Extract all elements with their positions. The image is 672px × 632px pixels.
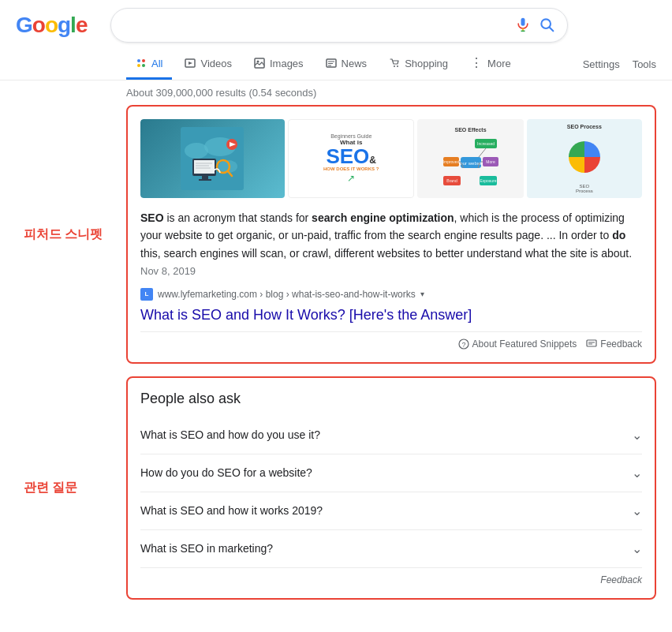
svg-rect-24 xyxy=(194,160,215,174)
paa-item-2[interactable]: How do you do SEO for a website? ⌄ xyxy=(140,454,642,492)
paa-question-3: What is SEO and how it works 2019? xyxy=(140,504,323,517)
snippet-image-1 xyxy=(140,119,285,198)
svg-text:More: More xyxy=(486,159,495,164)
paa-label: 관련 질문 xyxy=(24,480,77,496)
shopping-icon xyxy=(389,58,400,69)
paa-chevron-2: ⌄ xyxy=(632,466,642,481)
snippet-image-4: SEO Process SEOProcess xyxy=(527,119,642,198)
tab-videos[interactable]: Videos xyxy=(175,50,241,80)
search-icon[interactable] xyxy=(539,17,554,35)
img2-beginners: Beginners Guide xyxy=(330,133,371,139)
tab-news[interactable]: News xyxy=(316,50,377,80)
logo-letter-g2: g xyxy=(58,13,70,37)
logo-letter-e: e xyxy=(76,13,88,37)
paa-question-4: What is SEO in marketing? xyxy=(140,542,273,555)
google-logo[interactable]: Google xyxy=(16,13,87,38)
svg-point-5 xyxy=(137,59,140,62)
seo-illustration-svg xyxy=(181,127,244,190)
question-icon: ? xyxy=(458,338,469,350)
svg-text:Increased: Increased xyxy=(477,141,495,146)
logo-letter-o1: o xyxy=(32,13,45,37)
svg-text:Improved: Improved xyxy=(443,159,460,164)
source-dropdown-icon[interactable]: ▾ xyxy=(420,290,424,298)
paa-chevron-3: ⌄ xyxy=(632,503,642,518)
svg-marker-10 xyxy=(189,62,192,65)
svg-rect-53 xyxy=(587,340,596,346)
svg-rect-26 xyxy=(199,179,211,181)
logo-letter-g: G xyxy=(16,13,32,37)
results-count: About 309,000,000 results (0.54 seconds) xyxy=(0,80,672,105)
snippet-description: SEO is an acronym that stands for search… xyxy=(140,209,642,280)
tab-more[interactable]: ⋮ More xyxy=(461,49,521,80)
paa-title: People also ask xyxy=(140,391,642,407)
img2-seo-text: SEO& xyxy=(326,146,376,166)
svg-text:?: ? xyxy=(461,341,465,349)
featured-snippet-images: Beginners Guide What is SEO& HOW DOES IT… xyxy=(140,119,642,198)
header: Google what is seo and how does it work xyxy=(0,0,672,43)
img2-howdoes: HOW DOES IT WORKS ? xyxy=(323,166,379,173)
svg-point-6 xyxy=(142,59,145,62)
featured-snippet-box: Beginners Guide What is SEO& HOW DOES IT… xyxy=(126,105,656,364)
svg-line-38 xyxy=(479,148,486,157)
paa-chevron-4: ⌄ xyxy=(632,541,642,556)
img3-title: SEO Effects xyxy=(455,127,487,133)
settings-link[interactable]: Settings xyxy=(583,58,620,70)
svg-rect-25 xyxy=(202,176,208,179)
about-featured-snippets[interactable]: ? About Featured Snippets xyxy=(458,338,577,350)
news-icon xyxy=(326,58,337,69)
svg-point-8 xyxy=(142,64,145,67)
snippet-link[interactable]: What is SEO and How It Works? [Here's th… xyxy=(140,307,642,323)
featured-snippet-label: 피처드 스니펫 xyxy=(24,226,103,242)
feedback-icon xyxy=(586,338,597,350)
source-favicon: L xyxy=(140,288,153,301)
snippet-image-2: Beginners Guide What is SEO& HOW DOES IT… xyxy=(288,119,415,198)
main-content: 피처드 스니펫 xyxy=(0,105,672,600)
source-url: www.lyfemarketing.com › blog › what-is-s… xyxy=(158,289,416,300)
svg-point-17 xyxy=(394,65,395,67)
featured-snippet-wrapper: 피처드 스니펫 xyxy=(126,105,656,364)
tools-link[interactable]: Tools xyxy=(633,58,656,70)
tab-shopping[interactable]: Shopping xyxy=(379,50,457,80)
paa-item-1[interactable]: What is SEO and how do you use it? ⌄ xyxy=(140,417,642,454)
paa-item-4[interactable]: What is SEO in marketing? ⌄ xyxy=(140,530,642,568)
microphone-icon[interactable] xyxy=(515,17,531,35)
snippet-date: Nov 8, 2019 xyxy=(140,265,196,277)
img4-label: SEOProcess xyxy=(576,184,593,193)
nav-tabs: All Videos Images News Shopping xyxy=(0,43,672,80)
people-also-ask-wrapper: 관련 질문 People also ask What is SEO and ho… xyxy=(126,376,656,600)
logo-letter-o2: o xyxy=(45,13,58,37)
snippet-do-bold: do xyxy=(612,229,625,241)
svg-text:Brand: Brand xyxy=(446,178,457,183)
svg-text:Your website: Your website xyxy=(457,161,484,166)
svg-point-12 xyxy=(256,61,259,63)
img2-arrow: ↗ xyxy=(347,173,355,184)
snippet-feedback[interactable]: Feedback xyxy=(586,338,642,350)
seo-effects-svg: Your website Increased Improved More xyxy=(443,135,498,190)
images-icon xyxy=(254,58,265,69)
search-input[interactable]: what is seo and how does it work xyxy=(124,18,509,32)
img4-title: SEO Process xyxy=(567,124,602,129)
svg-point-18 xyxy=(397,65,398,67)
snippet-footer: ? About Featured Snippets Feedback xyxy=(140,331,642,350)
videos-icon xyxy=(185,58,196,69)
paa-box: People also ask What is SEO and how do y… xyxy=(126,376,656,600)
svg-text:Exposure: Exposure xyxy=(480,178,496,183)
svg-line-4 xyxy=(550,27,554,31)
paa-item-3[interactable]: What is SEO and how it works 2019? ⌄ xyxy=(140,492,642,530)
paa-question-1: What is SEO and how do you use it? xyxy=(140,428,320,441)
logo-letter-l: l xyxy=(70,13,76,37)
snippet-seo-full-bold: search engine optimization xyxy=(312,211,454,224)
tab-all[interactable]: All xyxy=(126,50,172,80)
nav-settings-area: Settings Tools xyxy=(583,58,656,70)
tab-images[interactable]: Images xyxy=(245,50,313,80)
paa-chevron-1: ⌄ xyxy=(632,428,642,443)
seo-process-chart xyxy=(569,141,600,173)
all-icon xyxy=(136,58,147,69)
svg-rect-0 xyxy=(521,17,525,25)
snippet-image-3: SEO Effects Your website Increased xyxy=(417,119,523,198)
search-bar[interactable]: what is seo and how does it work xyxy=(110,8,568,43)
snippet-source-row: L www.lyfemarketing.com › blog › what-is… xyxy=(140,288,642,301)
paa-footer[interactable]: Feedback xyxy=(140,568,642,585)
paa-question-2: How do you do SEO for a website? xyxy=(140,466,312,479)
snippet-seo-bold: SEO xyxy=(140,211,164,224)
